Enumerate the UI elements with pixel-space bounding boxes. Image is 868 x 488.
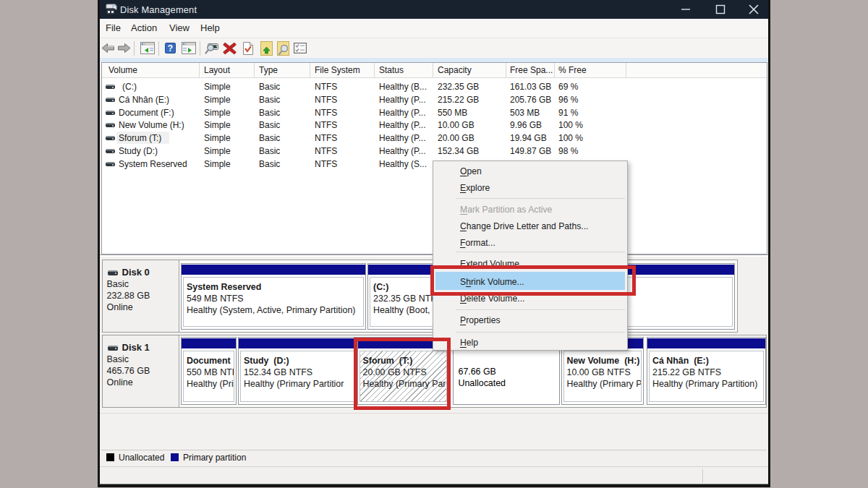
svg-text:?: ? (168, 43, 173, 53)
